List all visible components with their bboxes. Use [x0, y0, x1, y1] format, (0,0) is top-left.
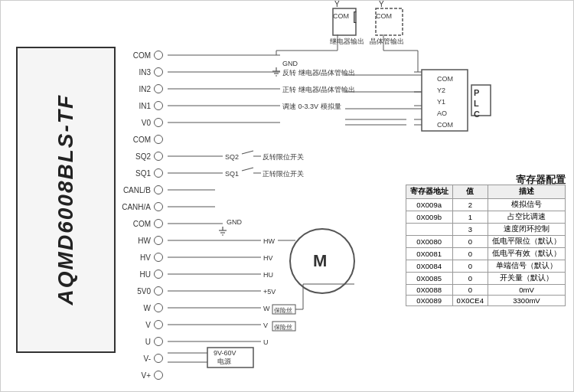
table-cell: 低电平有效（默认）: [488, 248, 566, 260]
svg-text:SQ1: SQ1: [225, 170, 239, 178]
terminal-circle[interactable]: [154, 253, 163, 262]
terminal-label: IN1: [116, 102, 154, 110]
terminal-row: HW: [116, 232, 163, 249]
svg-text:Y: Y: [379, 1, 384, 8]
terminal-circle[interactable]: [154, 286, 163, 296]
terminal-row: IN2: [116, 80, 163, 97]
svg-text:+5V: +5V: [263, 288, 276, 296]
svg-text:COM: COM: [437, 75, 453, 83]
svg-text:保险丝: 保险丝: [274, 324, 292, 331]
svg-text:GND: GND: [282, 60, 298, 67]
terminal-label: COM: [116, 51, 154, 60]
terminal-label: V+: [116, 371, 154, 380]
table-row: 0X00840单端信号（默认）: [406, 260, 565, 273]
terminal-label: V: [116, 321, 154, 329]
terminal-row: V: [116, 316, 163, 333]
table-cell: 低电平限位（默认）: [488, 236, 566, 248]
terminal-row: COM: [116, 215, 163, 232]
svg-text:9V-60V: 9V-60V: [214, 349, 236, 357]
terminal-label: 5V0: [116, 287, 154, 296]
terminal-circle[interactable]: [154, 101, 163, 110]
svg-text:Y2: Y2: [437, 87, 445, 94]
table-row: 0X008800mV: [406, 285, 565, 296]
table-cell: 0X0089: [406, 296, 452, 306]
svg-line-39: [242, 151, 253, 154]
terminal-circle[interactable]: [154, 236, 163, 245]
table-cell: 3300mV: [488, 296, 566, 306]
svg-text:晶体管输出: 晶体管输出: [370, 38, 404, 45]
terminal-circle[interactable]: [154, 185, 163, 194]
svg-text:L: L: [474, 99, 479, 108]
terminal-row: HU: [116, 266, 163, 283]
table-cell: 0mV: [488, 285, 566, 296]
svg-text:电源: 电源: [217, 358, 231, 365]
terminal-circle[interactable]: [154, 168, 163, 178]
terminal-circle[interactable]: [154, 202, 163, 211]
svg-text:COM: COM: [333, 12, 349, 20]
table-header: 值: [452, 185, 488, 199]
svg-rect-22: [422, 70, 468, 131]
terminal-row: CANL/B: [116, 181, 163, 198]
table-cell: 0: [452, 285, 488, 296]
svg-point-62: [290, 229, 354, 293]
terminal-label: V-: [116, 354, 154, 363]
terminal-circle[interactable]: [154, 219, 163, 228]
terminal-label: SQ2: [116, 152, 154, 161]
terminal-row: IN1: [116, 97, 163, 114]
table-cell: 0: [452, 248, 488, 260]
terminal-label: COM: [116, 136, 154, 144]
svg-rect-4: [376, 8, 403, 35]
table-row: 0X00850开关量（默认）: [406, 273, 565, 285]
table-row: 0X00890X0CE43300mV: [406, 296, 565, 306]
terminal-circle[interactable]: [154, 51, 163, 60]
svg-rect-75: [272, 322, 295, 331]
terminal-label: IN2: [116, 85, 154, 93]
table-cell: 0X0088: [406, 285, 452, 296]
svg-line-44: [242, 168, 253, 171]
terminal-row: V-: [116, 350, 163, 367]
terminal-circle[interactable]: [154, 354, 163, 363]
table-cell: 0X0085: [406, 273, 452, 285]
terminal-circle[interactable]: [154, 371, 163, 380]
terminal-circle[interactable]: [154, 118, 163, 127]
svg-text:M: M: [313, 251, 327, 270]
table-cell: 2: [452, 199, 488, 211]
svg-text:W: W: [263, 305, 270, 312]
table-cell: 模拟信号: [488, 199, 566, 211]
terminal-circle[interactable]: [154, 337, 163, 346]
svg-text:COM: COM: [437, 121, 453, 129]
svg-text:AO: AO: [437, 109, 447, 117]
terminal-circle[interactable]: [154, 84, 163, 93]
terminal-circle[interactable]: [154, 270, 163, 279]
device-box: AQMD6008BLS-TF: [16, 47, 116, 353]
terminal-label: HV: [116, 253, 154, 262]
terminal-circle[interactable]: [154, 152, 163, 161]
table-cell: 0X0081: [406, 248, 452, 260]
terminal-label: CANL/B: [116, 186, 154, 194]
svg-text:C: C: [474, 109, 480, 119]
terminal-row: SQ1: [116, 165, 163, 181]
svg-text:正转限位开关: 正转限位开关: [263, 170, 304, 178]
terminal-row: CANH/A: [116, 198, 163, 215]
table-row: 3速度闭环控制: [406, 224, 565, 236]
svg-text:COM: COM: [376, 12, 392, 20]
terminal-circle[interactable]: [154, 320, 163, 329]
terminal-circle[interactable]: [154, 67, 163, 77]
terminal-circle[interactable]: [154, 303, 163, 312]
terminal-label: V0: [116, 119, 154, 127]
terminal-label: U: [116, 338, 154, 346]
terminal-label: HW: [116, 237, 154, 245]
terminal-label: W: [116, 304, 154, 312]
terminal-label: HU: [116, 270, 154, 279]
table-row: 0X00800低电平限位（默认）: [406, 236, 565, 248]
table-cell: 0: [452, 236, 488, 248]
svg-rect-0: [333, 8, 356, 35]
svg-text:Y1: Y1: [437, 98, 445, 106]
terminal-circle[interactable]: [154, 135, 163, 144]
table-row: 0X00810低电平有效（默认）: [406, 248, 565, 260]
table-cell: 0: [452, 260, 488, 273]
terminal-row: W: [116, 299, 163, 316]
table-header: 描述: [488, 185, 566, 199]
svg-text:SQ2: SQ2: [225, 153, 239, 161]
terminal-row: HV: [116, 249, 163, 266]
